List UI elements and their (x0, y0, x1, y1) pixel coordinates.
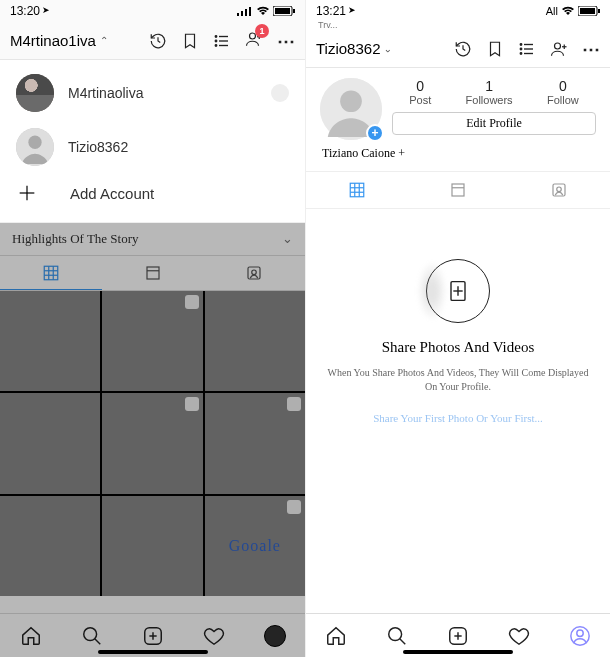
svg-rect-48 (350, 183, 364, 197)
stat-following[interactable]: 0Follow (547, 78, 579, 106)
add-post-icon[interactable] (447, 625, 469, 647)
list-icon[interactable] (518, 40, 536, 58)
tab-grid[interactable] (306, 172, 407, 208)
breadcrumb-hint: Trv... (306, 20, 610, 30)
svg-point-10 (215, 35, 217, 37)
photo-thumbnail[interactable] (102, 291, 202, 391)
empty-subtitle: When You Share Photos And Videos, They W… (326, 366, 590, 394)
svg-point-12 (215, 44, 217, 46)
more-icon[interactable]: ⋯ (277, 32, 295, 50)
tab-feed[interactable] (102, 256, 204, 290)
more-icon[interactable]: ⋯ (582, 40, 600, 58)
svg-point-28 (252, 270, 257, 275)
photo-thumbnail[interactable] (0, 291, 100, 391)
discover-people-button[interactable]: 1 (245, 30, 263, 52)
home-indicator (98, 650, 208, 654)
photo-thumbnail[interactable] (0, 496, 100, 596)
highlights-header[interactable]: Highlights Of The Story ⌄ (0, 223, 305, 255)
discover-people-icon[interactable] (550, 40, 568, 58)
account-switcher[interactable]: M4rtinao1iva ⌃ (10, 32, 108, 49)
grid-icon (42, 264, 60, 282)
bookmark-icon[interactable] (181, 32, 199, 50)
svg-point-17 (28, 136, 41, 149)
activity-icon[interactable] (508, 625, 530, 647)
stat-posts[interactable]: 0Post (409, 78, 431, 106)
profile-tabs (306, 171, 610, 209)
photo-thumbnail[interactable] (102, 496, 202, 596)
profile-avatar[interactable]: + (320, 78, 382, 140)
tab-feed[interactable] (407, 172, 508, 208)
tab-tagged[interactable] (509, 172, 610, 208)
svg-point-42 (520, 52, 522, 54)
photo-grid (0, 291, 305, 596)
stat-followers[interactable]: 1Followers (466, 78, 513, 106)
multi-post-icon (185, 397, 199, 411)
chevron-down-icon: ⌃ (100, 35, 108, 46)
search-icon[interactable] (81, 625, 103, 647)
photo-thumbnail[interactable] (0, 393, 100, 493)
account-option-secondary[interactable]: Tizio8362 (0, 120, 305, 174)
svg-rect-20 (44, 266, 58, 280)
svg-line-30 (94, 638, 100, 644)
stats-row: 0Post 1Followers 0Follow (392, 78, 596, 106)
photo-thumbnail[interactable] (205, 393, 305, 493)
location-arrow-icon: ➤ (348, 5, 356, 15)
svg-point-43 (555, 43, 561, 49)
feed-icon (144, 264, 162, 282)
battery-icon (578, 6, 600, 16)
photo-thumbnail[interactable] (102, 393, 202, 493)
selected-indicator (271, 84, 289, 102)
photo-thumbnail[interactable] (205, 496, 305, 596)
header-username: M4rtinao1iva (10, 32, 96, 49)
svg-rect-0 (237, 13, 239, 16)
photo-thumbnail[interactable] (205, 291, 305, 391)
chevron-down-icon: ⌃ (384, 43, 392, 54)
history-icon[interactable] (454, 40, 472, 58)
avatar (16, 74, 54, 112)
network-label: All (546, 5, 558, 17)
status-icons: All (546, 5, 600, 17)
profile-tab-icon[interactable] (264, 625, 286, 647)
edit-profile-button[interactable]: Edit Profile (392, 112, 596, 135)
profile-tab-icon[interactable] (569, 625, 591, 647)
add-account-button[interactable]: Add Account (0, 174, 305, 212)
add-account-label: Add Account (70, 185, 154, 202)
profile-header: M4rtinao1iva ⌃ 1 ⋯ (0, 22, 305, 60)
signal-icon (237, 6, 253, 16)
bookmark-icon[interactable] (486, 40, 504, 58)
tab-tagged[interactable] (203, 256, 305, 290)
multi-post-icon (185, 295, 199, 309)
home-indicator (403, 650, 513, 654)
history-icon[interactable] (149, 32, 167, 50)
share-first-link[interactable]: Share Your First Photo Or Your First... (326, 412, 590, 424)
tagged-icon (550, 181, 568, 199)
battery-icon (273, 6, 295, 16)
home-icon[interactable] (20, 625, 42, 647)
add-post-icon[interactable] (142, 625, 164, 647)
svg-point-29 (83, 627, 96, 640)
multi-post-icon (287, 500, 301, 514)
account-menu: M4rtinaoliva Tizio8362 Add Account (0, 60, 305, 223)
svg-point-41 (520, 48, 522, 50)
svg-rect-27 (248, 267, 260, 279)
account-name: Tizio8362 (68, 139, 128, 155)
profile-summary: + 0Post 1Followers 0Follow Edit Profile (306, 68, 610, 144)
svg-rect-25 (147, 267, 159, 279)
add-story-plus-icon[interactable]: + (366, 124, 384, 142)
list-icon[interactable] (213, 32, 231, 50)
svg-rect-3 (249, 7, 251, 16)
plus-icon (16, 182, 38, 204)
svg-rect-2 (245, 9, 247, 16)
svg-rect-1 (241, 11, 243, 16)
home-icon[interactable] (325, 625, 347, 647)
clock: 13:20 (10, 4, 40, 18)
account-switcher[interactable]: Tizio8362 ⌃ (316, 40, 392, 57)
profile-tabs (0, 255, 305, 291)
account-option-primary[interactable]: M4rtinaoliva (0, 66, 305, 120)
wifi-icon (561, 6, 575, 16)
activity-icon[interactable] (203, 625, 225, 647)
svg-rect-53 (452, 184, 464, 196)
tab-grid[interactable] (0, 256, 102, 290)
search-icon[interactable] (386, 625, 408, 647)
svg-line-61 (400, 638, 406, 644)
